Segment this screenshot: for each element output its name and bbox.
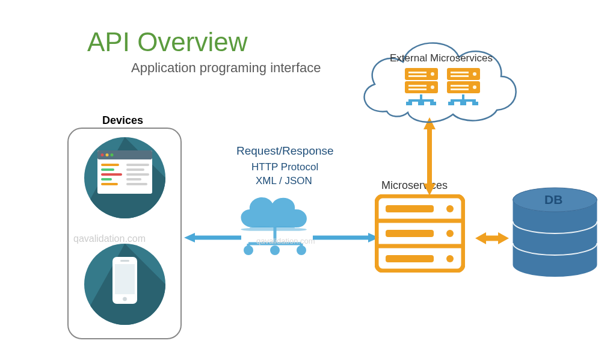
svg-rect-13 [126, 168, 144, 171]
xml-json-label: XML / JSON [256, 175, 312, 187]
svg-rect-9 [101, 173, 122, 176]
svg-marker-73 [475, 232, 486, 244]
svg-point-29 [297, 245, 306, 255]
svg-rect-56 [406, 102, 412, 105]
external-microservices-label: External Microservices [390, 52, 493, 64]
svg-rect-58 [430, 102, 436, 105]
http-protocol-label: HTTP Protocol [251, 161, 318, 173]
db-label: DB [544, 193, 562, 207]
svg-point-66 [473, 85, 476, 89]
svg-rect-69 [448, 102, 454, 105]
request-response-label: Request/Response [236, 144, 334, 158]
svg-point-50 [431, 72, 434, 76]
external-cloud-icon [354, 33, 522, 126]
svg-rect-11 [101, 183, 118, 185]
svg-rect-70 [460, 102, 466, 105]
svg-rect-71 [472, 102, 478, 105]
svg-rect-7 [101, 164, 119, 166]
svg-rect-52 [408, 88, 427, 90]
svg-rect-64 [451, 85, 469, 87]
svg-rect-8 [101, 168, 114, 171]
svg-rect-61 [451, 72, 469, 73]
svg-point-5 [106, 153, 109, 156]
svg-rect-57 [418, 102, 424, 105]
svg-rect-62 [451, 75, 469, 77]
svg-rect-10 [101, 178, 112, 180]
svg-point-42 [446, 255, 454, 262]
svg-marker-24 [184, 233, 195, 242]
arrow-cloud-to-microservices [313, 232, 379, 246]
svg-rect-51 [408, 85, 427, 87]
svg-rect-22 [120, 260, 129, 262]
svg-point-6 [111, 153, 114, 156]
svg-point-21 [123, 297, 128, 301]
svg-point-27 [244, 245, 253, 255]
svg-point-40 [446, 230, 454, 237]
svg-rect-14 [126, 173, 149, 176]
smartphone-icon [84, 244, 165, 325]
svg-rect-15 [126, 178, 141, 180]
arrow-microservices-external [421, 117, 438, 198]
watermark-text-2: qavalidation.com [256, 236, 315, 245]
svg-rect-12 [126, 164, 149, 166]
svg-rect-49 [408, 75, 427, 77]
svg-rect-37 [386, 205, 434, 212]
svg-rect-39 [386, 230, 434, 237]
svg-rect-65 [451, 88, 469, 90]
server-stack-icon [375, 194, 465, 273]
page-subtitle: Application programing interface [131, 60, 321, 76]
devices-label: Devices [102, 114, 143, 127]
svg-rect-20 [115, 264, 135, 294]
watermark-text: qavalidation.com [73, 233, 146, 244]
svg-point-53 [431, 85, 434, 89]
svg-rect-16 [126, 183, 147, 185]
svg-rect-48 [408, 72, 427, 73]
arrow-microservices-db [475, 230, 509, 248]
svg-rect-41 [386, 255, 434, 262]
svg-point-63 [473, 72, 476, 76]
page-title: API Overview [87, 27, 248, 57]
svg-point-28 [270, 245, 280, 255]
svg-point-38 [446, 205, 454, 212]
browser-window-icon [84, 137, 165, 218]
svg-marker-74 [498, 232, 509, 244]
svg-point-4 [101, 153, 104, 156]
svg-marker-45 [424, 184, 436, 196]
cloud-network-icon [232, 187, 322, 259]
